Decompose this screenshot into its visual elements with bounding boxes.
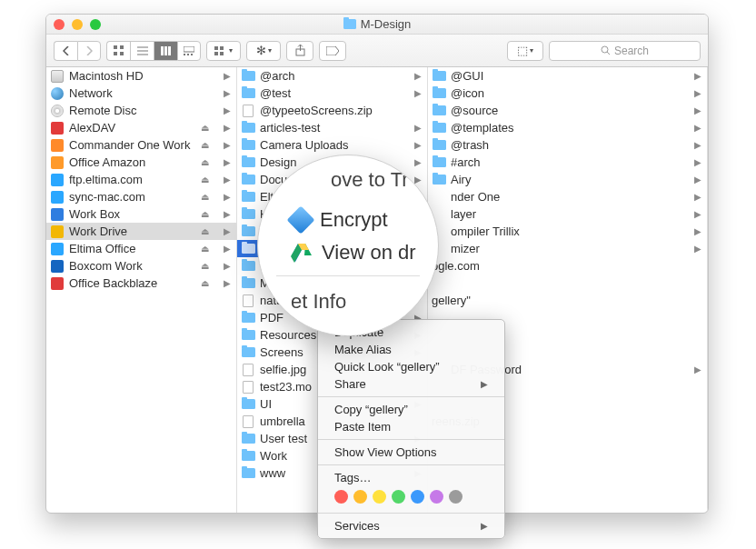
tag-color[interactable] — [373, 490, 386, 504]
item-label: nder One — [451, 190, 500, 204]
eject-icon[interactable]: ⏏ — [201, 209, 209, 219]
tag-color[interactable] — [430, 490, 443, 504]
menu-item[interactable]: Services▶ — [318, 517, 504, 534]
dropbox-button[interactable]: ⬚▾ — [507, 41, 543, 61]
magnified-separator — [276, 275, 420, 276]
menu-item[interactable]: Make Alias — [318, 341, 504, 358]
menu-item-label: Show View Options — [334, 445, 437, 459]
list-item[interactable]: Remote Disc▶ — [46, 102, 236, 119]
tag-color[interactable] — [353, 490, 367, 504]
list-item[interactable]: @test▶ — [237, 85, 427, 102]
item-label: AlexDAV — [69, 121, 115, 135]
menu-item[interactable]: Copy “gellery” — [318, 401, 504, 418]
list-item[interactable]: @arch▶ — [237, 67, 427, 85]
folder-icon — [343, 19, 356, 29]
titlebar[interactable]: M-Design — [46, 15, 708, 35]
item-label: articles-test — [260, 121, 320, 135]
window-title: M-Design — [46, 17, 708, 31]
eject-icon[interactable]: ⏏ — [201, 244, 209, 254]
eject-icon[interactable]: ⏏ — [201, 278, 209, 288]
eject-icon[interactable]: ⏏ — [201, 123, 209, 133]
list-item[interactable]: @GUI▶ — [428, 67, 707, 85]
list-item[interactable]: Work Drive⏏▶ — [46, 223, 236, 240]
menu-item[interactable]: Show View Options — [318, 444, 504, 461]
list-item[interactable]: @icon▶ — [428, 85, 707, 102]
svg-rect-10 — [184, 46, 194, 52]
list-item[interactable]: Office Backblaze⏏▶ — [46, 274, 236, 292]
chevron-right-icon: ▶ — [224, 226, 231, 236]
back-button[interactable] — [54, 41, 77, 61]
eject-icon[interactable]: ⏏ — [201, 261, 209, 271]
menu-separator — [318, 439, 504, 440]
view-label: View on dr — [322, 241, 416, 265]
list-item[interactable]: articles-test▶ — [237, 119, 427, 136]
item-label: gellery" — [432, 294, 471, 307]
list-item[interactable]: sync-mac.com⏏▶ — [46, 188, 236, 205]
menu-item[interactable]: Quick Look “gellery” — [318, 358, 504, 375]
list-item[interactable]: Camera Uploads▶ — [237, 136, 427, 154]
icon-view-button[interactable] — [106, 41, 130, 61]
item-label: umbrella — [260, 414, 305, 428]
list-item[interactable]: @typeetoScreens.zip — [237, 102, 427, 119]
tag-color[interactable] — [334, 490, 348, 504]
eject-icon[interactable]: ⏏ — [201, 192, 209, 202]
action-button[interactable]: ✻▾ — [246, 41, 281, 61]
list-item[interactable]: ompiler Trillix▶ — [428, 223, 707, 240]
tag-color[interactable] — [411, 490, 424, 504]
search-field[interactable]: Search — [549, 41, 701, 61]
menu-item[interactable]: Tags… — [318, 469, 504, 486]
close-button[interactable] — [54, 19, 65, 30]
menu-item[interactable]: Share▶ — [318, 375, 504, 393]
list-item[interactable]: #arch▶ — [428, 154, 707, 171]
list-item[interactable]: Commander One Work⏏▶ — [46, 136, 236, 154]
chevron-right-icon: ▶ — [224, 71, 231, 81]
gallery-view-button[interactable] — [177, 41, 201, 61]
eject-icon[interactable]: ⏏ — [201, 175, 209, 185]
item-label: Work Box — [69, 207, 120, 221]
list-item[interactable]: ogle.com — [428, 257, 707, 274]
tags-button[interactable] — [319, 41, 346, 61]
list-item[interactable]: gellery" — [428, 292, 707, 309]
search-placeholder: Search — [614, 45, 649, 57]
list-item[interactable]: Boxcom Work⏏▶ — [46, 257, 236, 274]
item-label: PDF — [260, 311, 284, 324]
list-item[interactable]: ftp.eltima.com⏏▶ — [46, 171, 236, 188]
list-item[interactable]: Macintosh HD▶ — [46, 67, 236, 85]
list-item[interactable]: @trash▶ — [428, 136, 707, 154]
column-1[interactable]: Macintosh HD▶Network▶Remote Disc▶AlexDAV… — [46, 67, 237, 513]
list-item[interactable]: mizer▶ — [428, 240, 707, 257]
share-button[interactable] — [286, 41, 313, 61]
minimize-button[interactable] — [72, 19, 83, 30]
item-label: Work — [260, 449, 287, 463]
chevron-right-icon: ▶ — [414, 71, 422, 81]
list-item[interactable]: Network▶ — [46, 85, 236, 102]
maximize-button[interactable] — [90, 19, 101, 30]
eject-icon[interactable]: ⏏ — [201, 140, 209, 150]
list-item[interactable]: nder One▶ — [428, 188, 707, 205]
item-label: User test — [260, 432, 307, 445]
magnifier-overlay: ove to Tr Encrypt View on dr et Info — [257, 155, 439, 336]
list-item[interactable]: Airy▶ — [428, 171, 707, 188]
item-label: Commander One Work — [69, 138, 190, 152]
list-item[interactable]: @source▶ — [428, 102, 707, 119]
tag-color[interactable] — [392, 490, 405, 504]
menu-separator — [318, 464, 504, 465]
list-item[interactable]: @templates▶ — [428, 119, 707, 136]
tag-color[interactable] — [449, 490, 463, 504]
column-view-button[interactable] — [154, 41, 177, 61]
eject-icon[interactable]: ⏏ — [201, 157, 209, 167]
item-label: Remote Disc — [69, 104, 136, 117]
forward-button[interactable] — [77, 41, 101, 61]
arrange-button[interactable]: ▾ — [206, 41, 241, 61]
menu-item[interactable]: Paste Item — [318, 418, 504, 435]
list-item[interactable]: Work Box⏏▶ — [46, 205, 236, 223]
eject-icon[interactable]: ⏏ — [201, 226, 209, 236]
list-item[interactable]: layer▶ — [428, 205, 707, 223]
list-item[interactable]: Eltima Office⏏▶ — [46, 240, 236, 257]
item-label: @source — [451, 104, 498, 117]
list-item[interactable]: AlexDAV⏏▶ — [46, 119, 236, 136]
chevron-right-icon: ▶ — [224, 123, 231, 133]
context-menu[interactable]: DuplicateMake AliasQuick Look “gellery”S… — [317, 319, 505, 539]
list-view-button[interactable] — [130, 41, 154, 61]
list-item[interactable]: Office Amazon⏏▶ — [46, 154, 236, 171]
